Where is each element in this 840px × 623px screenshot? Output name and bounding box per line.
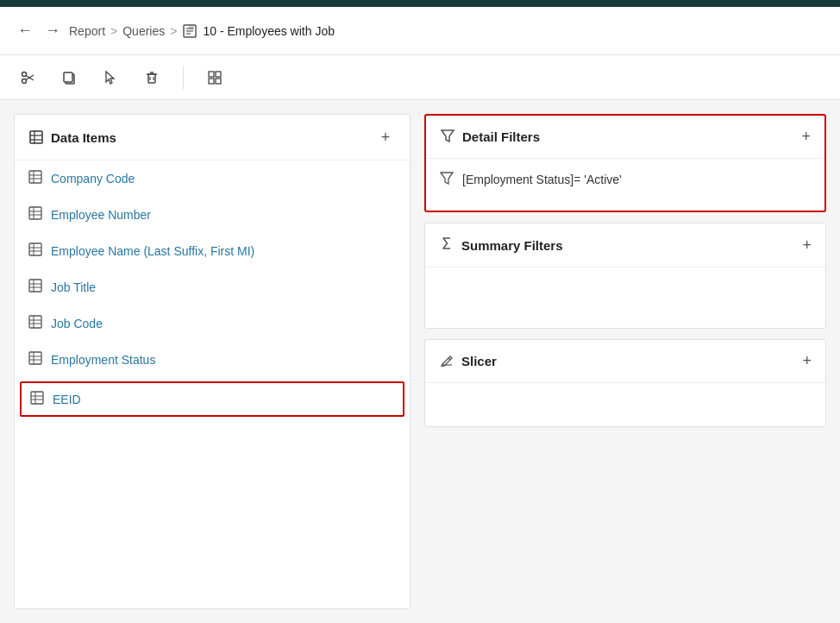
svg-marker-53 <box>442 130 454 142</box>
detail-filters-add-button[interactable]: + <box>801 128 811 146</box>
summary-filters-add-button[interactable]: + <box>802 236 812 255</box>
forward-button[interactable]: → <box>41 18 64 43</box>
svg-rect-4 <box>189 26 194 29</box>
data-item-icon-employment-status <box>28 351 42 368</box>
main-content: Data Items + Company Code <box>0 100 840 623</box>
detail-filters-title: Detail Filters <box>462 129 540 144</box>
svg-rect-49 <box>31 392 43 404</box>
detail-filters-header: Detail Filters + <box>426 116 824 159</box>
detail-filters-body: [Employment Status]= 'Active' <box>426 159 824 211</box>
data-item-label-company-code: Company Code <box>51 172 135 186</box>
slicer-header: Slicer + <box>425 340 825 383</box>
svg-rect-19 <box>209 79 214 84</box>
breadcrumb-area: ← → Report > Queries > 10 - Employees wi… <box>0 7 840 55</box>
data-item-icon-employee-name <box>28 242 42 259</box>
data-item-label-job-title: Job Title <box>51 280 96 294</box>
cursor-button[interactable] <box>97 64 124 91</box>
breadcrumb-sep-2: > <box>170 24 177 38</box>
data-item-employee-number[interactable]: Employee Number <box>15 197 410 233</box>
toolbar <box>0 55 840 100</box>
data-item-icon-company-code <box>28 170 42 186</box>
data-item-icon-job-title <box>28 279 42 295</box>
toolbar-divider <box>183 66 184 90</box>
copy-button[interactable] <box>55 64 83 91</box>
data-item-employee-name[interactable]: Employee Name (Last Suffix, First MI) <box>15 233 410 269</box>
slicer-icon <box>439 352 454 370</box>
summary-filters-title: Summary Filters <box>461 238 563 253</box>
slicer-title: Slicer <box>461 354 497 368</box>
data-item-label-job-code: Job Code <box>51 317 103 330</box>
breadcrumb: Report > Queries > 10 - Employees with J… <box>69 23 335 39</box>
data-items-header-left: Data Items <box>28 129 116 145</box>
data-item-employment-status[interactable]: Employment Status <box>15 342 410 378</box>
svg-rect-21 <box>30 131 42 143</box>
breadcrumb-queries[interactable]: Queries <box>122 24 165 38</box>
data-item-job-code[interactable]: Job Code <box>15 305 410 342</box>
svg-marker-11 <box>106 72 114 84</box>
trash-button[interactable] <box>138 64 166 91</box>
data-items-header: Data Items + <box>15 115 410 160</box>
summary-filters-header: Summary Filters + <box>425 223 825 267</box>
summary-filters-section: Summary Filters + <box>424 223 826 329</box>
detail-filter-item-0[interactable]: [Employment Status]= 'Active' <box>426 159 824 200</box>
breadcrumb-report[interactable]: Report <box>69 24 105 38</box>
data-item-job-title[interactable]: Job Title <box>15 269 410 305</box>
svg-rect-20 <box>216 79 221 84</box>
svg-rect-33 <box>29 243 41 255</box>
detail-filters-section: Detail Filters + [Employment Status]= 'A… <box>424 114 826 212</box>
slicer-body <box>425 383 825 426</box>
data-items-panel: Data Items + Company Code <box>14 114 411 609</box>
svg-rect-10 <box>64 72 72 82</box>
data-item-icon-eeid <box>30 391 44 407</box>
scissors-button[interactable] <box>14 64 41 91</box>
svg-rect-29 <box>29 207 41 219</box>
data-items-list: Company Code Employee Number <box>15 160 410 417</box>
svg-rect-18 <box>216 72 221 77</box>
data-item-label-employee-name: Employee Name (Last Suffix, First MI) <box>51 244 254 258</box>
summary-filters-body <box>425 267 825 328</box>
detail-filter-icon-0 <box>440 171 454 188</box>
svg-marker-54 <box>441 173 453 184</box>
svg-rect-25 <box>29 171 41 183</box>
back-button[interactable]: ← <box>14 18 36 43</box>
breadcrumb-current: 10 - Employees with Job <box>182 23 335 39</box>
breadcrumb-current-label: 10 - Employees with Job <box>203 24 335 38</box>
svg-rect-17 <box>209 72 214 77</box>
svg-rect-45 <box>29 352 41 364</box>
detail-filter-text-0: [Employment Status]= 'Active' <box>462 173 622 186</box>
summary-filters-header-left: Summary Filters <box>439 236 563 255</box>
right-panel: Detail Filters + [Employment Status]= 'A… <box>424 114 826 609</box>
data-items-icon <box>28 129 44 145</box>
svg-rect-41 <box>29 316 41 328</box>
data-item-label-employment-status: Employment Status <box>51 353 155 367</box>
report-icon <box>182 23 197 39</box>
detail-filters-icon <box>440 128 455 146</box>
slicer-section: Slicer + <box>424 339 826 427</box>
slicer-header-left: Slicer <box>439 352 497 370</box>
data-item-icon-job-code <box>28 315 42 331</box>
data-items-add-button[interactable]: + <box>375 127 396 148</box>
slicer-add-button[interactable]: + <box>802 352 812 370</box>
top-bar <box>0 0 840 7</box>
svg-rect-37 <box>29 280 41 292</box>
data-item-eeid[interactable]: EEID <box>20 381 404 417</box>
data-items-title: Data Items <box>51 130 116 145</box>
data-item-company-code[interactable]: Company Code <box>15 160 410 197</box>
summary-filters-icon <box>439 236 454 255</box>
data-item-icon-employee-number <box>28 206 42 223</box>
data-item-label-employee-number: Employee Number <box>51 208 151 222</box>
detail-filters-header-left: Detail Filters <box>440 128 540 146</box>
svg-point-5 <box>22 72 27 76</box>
data-item-label-eeid: EEID <box>53 393 81 406</box>
svg-point-6 <box>22 79 27 83</box>
breadcrumb-sep-1: > <box>110 24 117 38</box>
svg-rect-12 <box>148 74 155 83</box>
grid-button[interactable] <box>201 64 229 91</box>
